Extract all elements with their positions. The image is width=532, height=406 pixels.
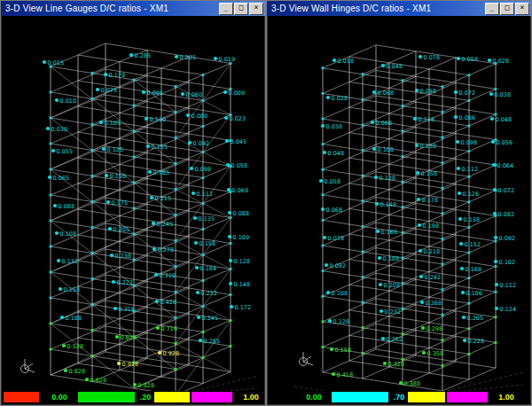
hinge-dot[interactable]: [467, 176, 470, 178]
hinge-dot[interactable]: [201, 74, 204, 76]
gauge-dot[interactable]: [421, 326, 425, 330]
hinge-dot[interactable]: [132, 155, 135, 158]
hinge-dot[interactable]: [201, 279, 204, 282]
gauge-dot[interactable]: [195, 266, 199, 269]
hinge-dot[interactable]: [467, 226, 470, 229]
gauge-dot[interactable]: [371, 121, 374, 124]
hinge-dot[interactable]: [441, 339, 443, 341]
hinge-dot[interactable]: [321, 244, 324, 246]
hinge-dot[interactable]: [361, 326, 364, 329]
gauge-dot[interactable]: [415, 144, 419, 147]
hinge-dot[interactable]: [201, 202, 204, 205]
hinge-dot[interactable]: [174, 265, 176, 268]
gauge-dot[interactable]: [104, 73, 107, 76]
gauge-dot[interactable]: [51, 149, 55, 152]
gauge-dot[interactable]: [413, 117, 417, 121]
hinge-dot[interactable]: [401, 282, 403, 285]
hinge-dot[interactable]: [321, 295, 324, 298]
hinge-dot[interactable]: [49, 193, 51, 196]
hinge-dot[interactable]: [174, 85, 176, 88]
hinge-dot[interactable]: [90, 98, 93, 100]
hinge-dot[interactable]: [361, 73, 364, 75]
gauge-dot[interactable]: [150, 196, 153, 199]
gauge-dot[interactable]: [228, 211, 231, 215]
gauge-dot[interactable]: [227, 188, 231, 191]
gauge-dot[interactable]: [158, 351, 161, 355]
hinge-dot[interactable]: [90, 149, 93, 152]
gauge-dot[interactable]: [55, 231, 59, 235]
hinge-dot[interactable]: [201, 331, 204, 333]
gauge-dot[interactable]: [419, 249, 422, 253]
hinge-dot[interactable]: [441, 111, 443, 113]
gauge-dot[interactable]: [60, 316, 64, 319]
hinge-dot[interactable]: [49, 90, 51, 93]
hinge-dot[interactable]: [174, 188, 176, 191]
gauge-dot[interactable]: [105, 174, 108, 177]
hinge-dot[interactable]: [229, 268, 231, 270]
gauge-dot[interactable]: [129, 53, 133, 57]
hinge-dot[interactable]: [467, 200, 470, 203]
gauge-dot[interactable]: [372, 147, 376, 151]
gauge-dot[interactable]: [488, 59, 491, 62]
gauge-dot[interactable]: [96, 88, 99, 91]
gauge-dot[interactable]: [379, 309, 383, 313]
gauge-dot[interactable]: [492, 163, 496, 167]
gauge-dot[interactable]: [321, 124, 325, 128]
gauge-value-labels[interactable]: 0.0180.0480.0780.0580.0280.0280.0680.098…: [319, 54, 516, 387]
gauge-dot[interactable]: [463, 339, 466, 342]
gauge-dot[interactable]: [378, 256, 381, 260]
gauge-dot[interactable]: [192, 191, 195, 195]
hinge-dot[interactable]: [132, 78, 135, 81]
hinge-dot[interactable]: [174, 291, 176, 293]
gauge-dot[interactable]: [490, 117, 494, 121]
gauge-dot[interactable]: [156, 326, 160, 330]
hinge-dot[interactable]: [49, 270, 51, 273]
hinge-dot[interactable]: [90, 329, 93, 332]
hinge-dot[interactable]: [401, 181, 403, 183]
gauge-dot[interactable]: [326, 291, 330, 294]
hinge-dot[interactable]: [49, 116, 51, 119]
gauge-dot[interactable]: [419, 55, 422, 59]
hinge-dot[interactable]: [174, 239, 176, 242]
gauge-dot[interactable]: [491, 140, 495, 144]
gauge-dot[interactable]: [328, 319, 332, 323]
gauge-dot[interactable]: [102, 147, 106, 151]
hinge-dot[interactable]: [49, 347, 51, 350]
hinge-dot[interactable]: [401, 308, 403, 310]
hinge-dot[interactable]: [441, 288, 443, 291]
hinge-dot[interactable]: [321, 219, 324, 222]
gauge-dot[interactable]: [229, 259, 232, 262]
gauge-dot[interactable]: [106, 200, 110, 204]
gauge-dot[interactable]: [379, 283, 382, 286]
gauge-dot[interactable]: [226, 163, 230, 167]
gauge-dot[interactable]: [461, 291, 465, 294]
gauge-dot[interactable]: [59, 287, 62, 291]
hinge-dot[interactable]: [132, 129, 135, 132]
hinge-dot[interactable]: [49, 322, 51, 324]
hinge-dot[interactable]: [467, 124, 470, 127]
hinge-dot[interactable]: [132, 207, 135, 209]
gauge-dot[interactable]: [416, 171, 419, 175]
gauge-dot[interactable]: [495, 283, 498, 286]
hinge-dot[interactable]: [174, 368, 176, 371]
gauge-dot[interactable]: [495, 307, 498, 310]
minimize-button[interactable]: _: [485, 3, 499, 15]
hinge-dot[interactable]: [467, 353, 470, 355]
gauge-dot[interactable]: [113, 307, 117, 310]
gauge-dot[interactable]: [417, 198, 420, 201]
hinge-dot[interactable]: [321, 66, 324, 69]
gauge-dot[interactable]: [494, 260, 497, 263]
gauge-dot[interactable]: [62, 344, 66, 347]
hinge-dot[interactable]: [174, 342, 176, 345]
hinge-dot[interactable]: [49, 142, 51, 144]
view-canvas-line-gauges[interactable]: 0.0150.1790.2850.2050.0190.0100.0750.095…: [2, 16, 264, 404]
titlebar[interactable]: 3-D View Line Gauges D/C ratios - XM1 _ …: [1, 1, 265, 16]
gauge-dot[interactable]: [332, 59, 336, 62]
hinge-dot[interactable]: [90, 226, 93, 229]
hinge-dot[interactable]: [494, 239, 497, 242]
hinge-dot[interactable]: [321, 143, 324, 145]
gauge-dot[interactable]: [154, 273, 158, 277]
minimize-button[interactable]: _: [219, 3, 233, 15]
close-button[interactable]: ×: [515, 3, 529, 15]
gauge-dot[interactable]: [458, 217, 462, 221]
